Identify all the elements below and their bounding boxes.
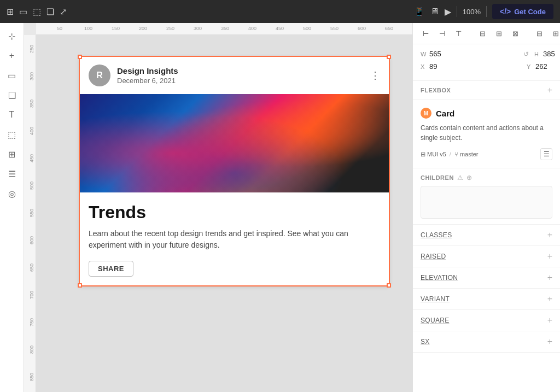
sidebar-add-icon[interactable]: + — [3, 47, 21, 65]
elevation-group: ELEVATION + — [413, 267, 560, 289]
wh-row: W ↺ H ↺ ⊕ — [421, 50, 552, 58]
grid-icon: ⊞ — [421, 151, 425, 158]
component-info: M Card Cards contain content and actions… — [413, 100, 560, 168]
raised-group: RAISED + — [413, 246, 560, 267]
sidebar-component-icon[interactable]: ❏ — [3, 86, 21, 104]
image-icon[interactable]: ⬚ — [33, 7, 41, 17]
card-menu-icon[interactable]: ⋮ — [370, 69, 380, 81]
sx-add-icon[interactable]: + — [547, 337, 552, 347]
children-drop-area[interactable] — [421, 186, 552, 219]
width-field: W ↺ — [421, 50, 529, 58]
flexbox-add-icon[interactable]: + — [547, 85, 552, 95]
align-center-v-icon[interactable]: ⊞ — [492, 26, 506, 40]
code-icon: </> — [500, 7, 511, 16]
width-input[interactable] — [429, 50, 521, 58]
align-right-icon[interactable]: ⊤ — [451, 26, 465, 40]
sidebar-search-icon[interactable]: ◎ — [3, 185, 21, 202]
variant-add-icon[interactable]: + — [547, 294, 552, 304]
card-body-title: Trends — [89, 202, 380, 223]
children-warning-icon[interactable]: ⚠ — [457, 174, 463, 182]
children-header: CHILDREN ⚠ ⊕ — [421, 174, 552, 182]
play-icon[interactable]: ▶ — [445, 7, 451, 17]
sidebar-image-icon[interactable]: ⬚ — [3, 126, 21, 143]
sidebar-text-icon[interactable]: T — [3, 106, 21, 124]
x-input[interactable] — [429, 62, 521, 71]
flexbox-label: FLEXBOX — [421, 87, 451, 93]
get-code-button[interactable]: </> Get Code — [492, 4, 553, 19]
desktop-preview-icon[interactable]: 🖥 — [430, 7, 439, 16]
select-icon[interactable]: ⊞ — [7, 7, 14, 17]
ruler-tick: 50 — [57, 26, 62, 31]
canvas-area: 50 100 150 200 250 300 350 400 450 500 5… — [24, 23, 412, 392]
meta-sep: / — [450, 151, 451, 157]
classes-header[interactable]: CLASSES + — [413, 225, 560, 245]
flexbox-section: FLEXBOX + — [413, 81, 560, 100]
ruler-horizontal: 50 100 150 200 250 300 350 400 450 500 5… — [36, 23, 412, 35]
classes-add-icon[interactable]: + — [547, 230, 552, 240]
children-section: CHILDREN ⚠ ⊕ — [413, 168, 560, 225]
y-label: Y — [527, 63, 533, 70]
h-label: H — [534, 51, 541, 57]
align-top-icon[interactable]: ⊟ — [475, 26, 489, 40]
square-add-icon[interactable]: + — [547, 315, 552, 325]
frame-icon[interactable]: ▭ — [19, 7, 27, 17]
card-body: Trends Learn about the recent top design… — [80, 192, 389, 285]
toolbar-right: 📱 🖥 ▶ 100% </> Get Code — [414, 4, 553, 19]
align-center-h-icon[interactable]: ⊣ — [435, 26, 449, 40]
distribute-h-icon[interactable]: ⊟ — [532, 26, 546, 40]
card-share-button[interactable]: SHARE — [89, 261, 133, 277]
dimension-props: W ↺ H ↺ ⊕ X Y ↻ — [413, 44, 560, 81]
card-image-overlay — [80, 94, 389, 192]
sx-group: SX + — [413, 331, 560, 353]
elevation-add-icon[interactable]: + — [547, 273, 552, 283]
sidebar-frame-icon[interactable]: ▭ — [3, 67, 21, 84]
card-component: R Design Insights December 6, 2021 ⋮ — [80, 57, 389, 285]
square-label: SQUARE — [421, 317, 449, 324]
card-wrapper[interactable]: R Design Insights December 6, 2021 ⋮ — [80, 57, 389, 285]
right-panel: ⊢ ⊣ ⊤ ⊟ ⊞ ⊠ ⊟ ⊞ ⊠ W ↺ — [412, 23, 560, 392]
ruler-vtick: 450 — [29, 154, 34, 162]
align-left-icon[interactable]: ⊢ — [418, 26, 433, 40]
card-header-left: R Design Insights December 6, 2021 — [89, 65, 178, 86]
w-refresh-icon[interactable]: ↺ — [523, 50, 529, 58]
ruler-tick: 400 — [248, 26, 256, 31]
component-name: Card — [436, 109, 454, 118]
height-input[interactable] — [543, 50, 560, 58]
ruler-vtick: 800 — [29, 346, 34, 354]
mobile-preview-icon[interactable]: 📱 — [414, 7, 425, 17]
ruler-vtick: 300 — [29, 72, 34, 80]
branch-icon: ⑂ — [454, 151, 458, 157]
elevation-header[interactable]: ELEVATION + — [413, 267, 560, 288]
square-group: SQUARE + — [413, 310, 560, 331]
square-header[interactable]: SQUARE + — [413, 310, 560, 331]
ruler-vtick: 650 — [29, 264, 34, 272]
distribute-v-icon[interactable]: ⊞ — [549, 26, 560, 40]
card-image — [80, 94, 389, 192]
component-doc-icon[interactable]: ☰ — [540, 148, 552, 160]
sidebar-grid-icon[interactable]: ⊞ — [3, 145, 21, 163]
ruler-vtick: 850 — [29, 373, 34, 381]
component-branch: ⑂ master — [454, 151, 479, 157]
ruler-vtick: 250 — [29, 45, 34, 53]
raised-add-icon[interactable]: + — [547, 251, 552, 261]
share-icon[interactable]: ⤢ — [60, 7, 67, 17]
align-bottom-icon[interactable]: ⊠ — [508, 26, 522, 40]
y-input[interactable] — [535, 62, 560, 71]
component-description: Cards contain content and actions about … — [421, 123, 552, 143]
variant-group: VARIANT + — [413, 289, 560, 310]
variant-header[interactable]: VARIANT + — [413, 289, 560, 309]
sidebar-select-icon[interactable]: ⊹ — [3, 27, 21, 45]
component-icon[interactable]: ❏ — [46, 7, 54, 17]
x-label: X — [421, 63, 427, 70]
canvas-content: R Design Insights December 6, 2021 ⋮ — [36, 35, 412, 392]
component-version: ⊞ MUI v5 — [421, 151, 446, 158]
classes-group: CLASSES + — [413, 225, 560, 246]
sidebar-list-icon[interactable]: ☰ — [3, 165, 21, 183]
children-add-icon[interactable]: ⊕ — [466, 174, 472, 182]
ruler-vtick: 400 — [29, 127, 34, 135]
zoom-level[interactable]: 100% — [463, 8, 481, 16]
ruler-tick: 650 — [385, 26, 393, 31]
left-sidebar: ⊹ + ▭ ❏ T ⬚ ⊞ ☰ ◎ — [0, 23, 24, 392]
raised-header[interactable]: RAISED + — [413, 246, 560, 267]
sx-header[interactable]: SX + — [413, 331, 560, 352]
